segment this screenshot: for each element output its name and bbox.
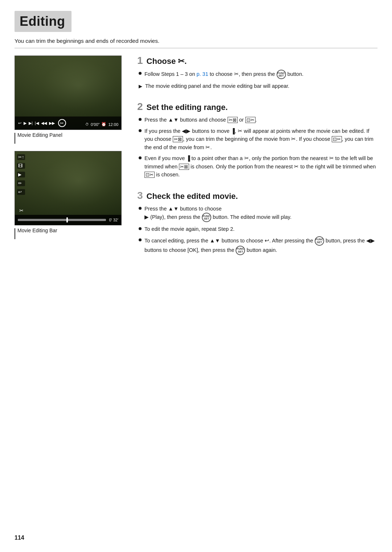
time-start: 0'00" <box>91 122 99 127</box>
divider <box>15 48 377 48</box>
step-2-block: 2 Set the editing range. Press the ▲▼ bu… <box>137 102 377 179</box>
back-icon: ↩ <box>18 121 22 126</box>
bar-caption: Movie Editing Bar <box>17 228 57 233</box>
label-line <box>15 133 15 144</box>
movie-editing-bar-image: ✂↑ 🎞 ▶ ✏ ↩ ✂ 0' 32' <box>15 151 122 225</box>
edit-icon: ✏ <box>17 180 25 186</box>
bullet-dot <box>139 72 142 75</box>
time-icon2: ⏰ <box>101 122 106 127</box>
time-display: ⏱ 0'00" ⏰ 12:00 <box>85 122 118 127</box>
step-1-bullets: Follow Steps 1 – 3 on p. 31 to choose ✂,… <box>137 70 377 90</box>
step-1-title: Choose ✂. <box>147 57 187 66</box>
page-link[interactable]: p. 31 <box>196 71 208 77</box>
step-3-title: Check the edited movie. <box>147 192 238 201</box>
undo-icon: ↩ <box>17 189 25 195</box>
bullet-dot-2c <box>139 156 142 159</box>
bullet-dot-2b <box>139 129 142 132</box>
slow-back-icon: ◀◀ <box>41 121 47 126</box>
scissors-circle-icon: ✂ <box>58 119 66 127</box>
func-button-icon: FUNCSET <box>277 70 286 79</box>
step-3-header: 3 Check the edited movie. <box>137 191 377 201</box>
step-2-bullet-2-text: If you press the ◀▶ buttons to move ▐, ✂… <box>144 127 377 151</box>
page-title: Editing <box>20 14 65 29</box>
timeline-thumb <box>66 217 68 222</box>
func-button-icon-2: FUNCSET <box>202 213 211 222</box>
arrow-icon: ▶ <box>139 83 142 90</box>
bullet-dot-3c <box>139 238 142 241</box>
bar-label-container: Movie Editing Bar <box>15 228 127 239</box>
step-3-bullet-2-text: To edit the movie again, repeat Step 2. <box>144 225 234 233</box>
step-1-bullet-1-text: Follow Steps 1 – 3 on p. 31 to choose ✂,… <box>144 70 303 79</box>
title-box: Editing <box>15 11 72 32</box>
step-2-bullet-1-text: Press the ▲▼ buttons and choose ✂⊠ or ⊡✂… <box>144 116 257 124</box>
controls-bar: ↩ ▶ ▶| |◀ ◀◀ ▶▶ ✂ ⏱ 0'00" ⏰ 12:00 <box>15 116 121 130</box>
bullet-dot-2a <box>139 118 142 121</box>
step-3-bullet-1-text: Press the ▲▼ buttons to choose▶ (Play), … <box>144 205 291 222</box>
left-column: ↩ ▶ ▶| |◀ ◀◀ ▶▶ ✂ ⏱ 0'00" ⏰ 12:00 Movie … <box>15 56 127 267</box>
skip-back-icon: |◀ <box>34 121 39 126</box>
func-button-icon-3: FUNCSET <box>315 236 324 246</box>
page-number: 114 <box>15 535 24 541</box>
step-1-bullet-2-text: The movie editing panel and the movie ed… <box>145 82 289 90</box>
subtitle: You can trim the beginnings and ends of … <box>15 38 377 44</box>
timeline-track <box>18 219 106 221</box>
clock-icon: ⏱ <box>85 122 89 126</box>
step-1-header: 1 Choose ✂. <box>137 56 377 66</box>
bullet-dot-3b <box>139 227 142 230</box>
step-3-bullet-3: To cancel editing, press the ▲▼ buttons … <box>139 236 377 255</box>
step-1-block: 1 Choose ✂. Follow Steps 1 – 3 on p. 31 … <box>137 56 377 90</box>
step-1-bullet-1: Follow Steps 1 – 3 on p. 31 to choose ✂,… <box>139 70 377 79</box>
movie-editing-panel-image: ↩ ▶ ▶| |◀ ◀◀ ▶▶ ✂ ⏱ 0'00" ⏰ 12:00 <box>15 56 122 130</box>
step-3-bullet-1: Press the ▲▼ buttons to choose▶ (Play), … <box>139 205 377 222</box>
step-2-bullets: Press the ▲▼ buttons and choose ✂⊠ or ⊡✂… <box>137 116 377 179</box>
image-overlay-2 <box>15 151 121 225</box>
step-2-number: 2 <box>137 102 143 112</box>
filmstrip-icon: 🎞 <box>17 163 25 169</box>
right-column: 1 Choose ✂. Follow Steps 1 – 3 on p. 31 … <box>137 56 377 267</box>
bullet-dot-3a <box>139 207 142 210</box>
scissors-bottom-icon: ✂ <box>19 208 24 213</box>
step-2-bullet-3-text: Even if you move ▐ to a point other than… <box>144 154 377 179</box>
play-small-icon: ▶ <box>17 172 25 177</box>
label-line-2 <box>15 228 15 239</box>
step-3-bullet-3-text: To cancel editing, press the ▲▼ buttons … <box>144 236 377 255</box>
slow-forward-icon: ▶▶ <box>49 121 55 126</box>
panel-label-container: Movie Editing Panel <box>15 132 127 144</box>
play-icon: ▶ <box>23 121 27 126</box>
step-2-bullet-1: Press the ▲▼ buttons and choose ✂⊠ or ⊡✂… <box>139 116 377 124</box>
step-1-bullet-2: ▶ The movie editing panel and the movie … <box>139 82 377 90</box>
main-content: ↩ ▶ ▶| |◀ ◀◀ ▶▶ ✂ ⏱ 0'00" ⏰ 12:00 Movie … <box>15 56 377 267</box>
step-3-number: 3 <box>137 191 143 201</box>
step-2-header: 2 Set the editing range. <box>137 102 377 112</box>
step-2-title: Set the editing range. <box>147 103 228 112</box>
timeline-time: 0' 32' <box>109 218 118 222</box>
func-button-icon-4: FUNCSET <box>236 246 245 255</box>
step-3-bullet-2: To edit the movie again, repeat Step 2. <box>139 225 377 233</box>
step-3-block: 3 Check the edited movie. Press the ▲▼ b… <box>137 191 377 255</box>
step-1-number: 1 <box>137 56 143 66</box>
time-end: 12:00 <box>108 122 118 127</box>
step-2-bullet-3: Even if you move ▐ to a point other than… <box>139 154 377 179</box>
panel-caption: Movie Editing Panel <box>17 132 62 138</box>
side-icons: ✂↑ 🎞 ▶ ✏ ↩ <box>17 154 25 195</box>
step-2-bullet-2: If you press the ◀▶ buttons to move ▐, ✂… <box>139 127 377 151</box>
step-forward-icon: ▶| <box>28 121 33 126</box>
step-3-bullets: Press the ▲▼ buttons to choose▶ (Play), … <box>137 205 377 255</box>
timeline-bar: 0' 32' <box>15 215 121 225</box>
trim-start-icon: ✂↑ <box>17 154 25 160</box>
